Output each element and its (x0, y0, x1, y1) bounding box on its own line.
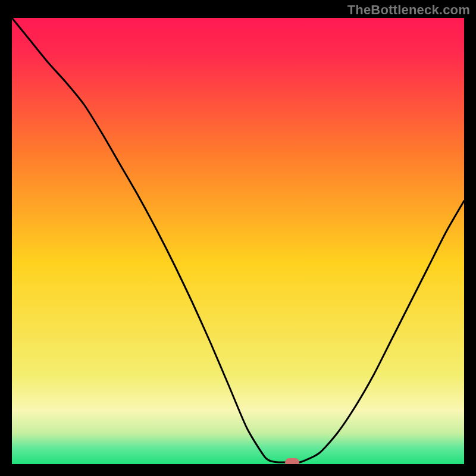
chart-background (12, 18, 464, 464)
chart-frame: TheBottleneck.com (0, 0, 476, 476)
plot-area (12, 18, 464, 464)
watermark-text: TheBottleneck.com (347, 2, 470, 18)
bottleneck-marker (285, 458, 299, 464)
chart-svg (12, 18, 464, 464)
